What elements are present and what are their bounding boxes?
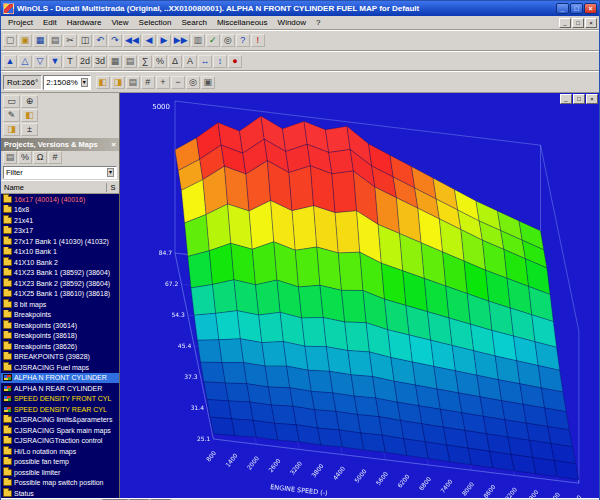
- tree-item[interactable]: 23x17: [1, 226, 119, 237]
- marker-icon[interactable]: ●: [228, 55, 242, 68]
- snapshot-icon[interactable]: ▣: [201, 76, 215, 89]
- minimize-button[interactable]: _: [559, 18, 571, 28]
- close-button[interactable]: ×: [586, 94, 598, 104]
- tree-item[interactable]: 16x8: [1, 205, 119, 216]
- page-next-icon[interactable]: ▽: [33, 55, 47, 68]
- nav-last-icon[interactable]: ▶▶: [172, 34, 190, 47]
- reset-view-icon[interactable]: ◎: [186, 76, 200, 89]
- menu-window[interactable]: Window: [273, 18, 311, 27]
- nav-next-icon[interactable]: ▶: [157, 34, 171, 47]
- tree-item[interactable]: 8 bit maps: [1, 299, 119, 310]
- redo-icon[interactable]: ↷: [108, 34, 122, 47]
- open-project-icon[interactable]: ▣: [18, 34, 32, 47]
- tree-item[interactable]: 41X23 Bank 2 (38592) (38604): [1, 278, 119, 289]
- tree-item[interactable]: ALPHA N REAR CYLINDER: [1, 383, 119, 394]
- tree-item[interactable]: 21x41: [1, 215, 119, 226]
- axis-setup-icon[interactable]: #: [141, 76, 155, 89]
- menu-view[interactable]: View: [106, 18, 133, 27]
- chevron-down-icon[interactable]: ▾: [81, 78, 88, 87]
- zoom-out-icon[interactable]: −: [171, 76, 185, 89]
- panel-percent-icon[interactable]: %: [18, 151, 32, 164]
- folder-open-map-icon[interactable]: ◧: [96, 76, 110, 89]
- absolute-icon[interactable]: A: [183, 55, 197, 68]
- percent-icon[interactable]: %: [153, 55, 167, 68]
- tree-item[interactable]: 41X25 Bank 1 (38610) (38618): [1, 289, 119, 300]
- window-list-icon[interactable]: ▥: [191, 34, 205, 47]
- table-view-icon[interactable]: ▤: [123, 55, 137, 68]
- page-prev-icon[interactable]: △: [18, 55, 32, 68]
- search-icon[interactable]: ◎: [221, 34, 235, 47]
- tree-item[interactable]: 27x17 Bank 1 (41030) (41032): [1, 236, 119, 247]
- tree-item[interactable]: Breakpoints (30614): [1, 320, 119, 331]
- tree-item[interactable]: BREAKPOINTS (39828): [1, 352, 119, 363]
- tree-item[interactable]: 41x10 Bank 1: [1, 247, 119, 258]
- tree-item[interactable]: SPEED DENSITY REAR CYL: [1, 404, 119, 415]
- panel-ohm-icon[interactable]: Ω: [33, 151, 47, 164]
- sum-icon[interactable]: ∑: [138, 55, 152, 68]
- tree-item[interactable]: Hi/Lo notation maps: [1, 446, 119, 457]
- fuel-map-3d-surface[interactable]: [120, 93, 599, 498]
- minimize-button[interactable]: _: [556, 3, 569, 14]
- copy-icon[interactable]: ◫: [78, 34, 92, 47]
- view-2d-icon[interactable]: 2d: [78, 55, 92, 68]
- tree-item[interactable]: ALPHA N FRONT CYLINDER: [1, 373, 119, 384]
- view-3d-icon[interactable]: 3d: [93, 55, 107, 68]
- column-header-size[interactable]: S: [107, 183, 119, 192]
- undo-icon[interactable]: ↶: [93, 34, 107, 47]
- tree-item[interactable]: 41X10 Bank 2: [1, 257, 119, 268]
- chevron-down-icon[interactable]: ▾: [107, 168, 114, 177]
- nav-prev-icon[interactable]: ◀: [142, 34, 156, 47]
- tree-item[interactable]: Breakpoints (38626): [1, 341, 119, 352]
- page-first-icon[interactable]: ▲: [3, 55, 17, 68]
- panel-view-list-icon[interactable]: ▤: [3, 151, 17, 164]
- menu-search[interactable]: Search: [177, 18, 212, 27]
- diff-mode-icon[interactable]: ±: [21, 123, 38, 136]
- panel-close-icon[interactable]: ×: [111, 140, 116, 150]
- restore-button[interactable]: □: [570, 3, 583, 14]
- tree-item[interactable]: CJSRACING limits&parameters: [1, 415, 119, 426]
- column-header-name[interactable]: Name: [1, 183, 107, 192]
- folder-import-icon[interactable]: ◧: [21, 109, 38, 122]
- menu-hardware[interactable]: Hardware: [62, 18, 107, 27]
- map-properties-icon[interactable]: ▤: [126, 76, 140, 89]
- rotation-field[interactable]: Rot:266°: [3, 75, 42, 90]
- tree-item[interactable]: Breakpoints (38618): [1, 331, 119, 342]
- tree-item[interactable]: possible limiter: [1, 467, 119, 478]
- restore-button[interactable]: □: [572, 18, 584, 28]
- edit-mode-icon[interactable]: ✎: [3, 109, 20, 122]
- close-button[interactable]: ×: [584, 3, 597, 14]
- tree-item[interactable]: CJSRACINGTraction control: [1, 436, 119, 447]
- tree-item[interactable]: CJSRACING Spark main maps: [1, 425, 119, 436]
- tree-item[interactable]: 41X23 Bank 1 (38592) (38604): [1, 268, 119, 279]
- about-icon[interactable]: !: [251, 34, 265, 47]
- close-button[interactable]: ×: [585, 18, 597, 28]
- project-tree[interactable]: 16x17 (40014) (40016)16x821x4123x1727x17…: [1, 194, 119, 498]
- checksum-icon[interactable]: ✓: [206, 34, 220, 47]
- menu-selection[interactable]: Selection: [134, 18, 177, 27]
- tree-item[interactable]: Breakpoints: [1, 310, 119, 321]
- menu-project[interactable]: Project: [3, 18, 38, 27]
- filter-combo[interactable]: Filter ▾: [3, 166, 117, 179]
- menu-[interactable]: ?: [311, 18, 325, 27]
- menu-edit[interactable]: Edit: [38, 18, 62, 27]
- print-icon[interactable]: ▤: [48, 34, 62, 47]
- original-compare-icon[interactable]: ↕: [213, 55, 227, 68]
- folder-export-icon[interactable]: ◨: [3, 123, 20, 136]
- folder-save-map-icon[interactable]: ◨: [111, 76, 125, 89]
- selection-mode-icon[interactable]: ▭: [3, 95, 20, 108]
- minimize-button[interactable]: _: [560, 94, 572, 104]
- tree-item[interactable]: SPEED DENSITY FRONT CYL: [1, 394, 119, 405]
- help-icon[interactable]: ?: [236, 34, 250, 47]
- zoom-select[interactable]: 2:1508% ▾: [43, 75, 91, 90]
- zoom-in-icon[interactable]: +: [156, 76, 170, 89]
- tree-item[interactable]: 16x17 (40014) (40016): [1, 194, 119, 205]
- tree-item[interactable]: Possible map switch position: [1, 478, 119, 489]
- panel-hex-icon[interactable]: #: [48, 151, 62, 164]
- grid-toggle-icon[interactable]: ▦: [108, 55, 122, 68]
- new-project-icon[interactable]: ▢: [3, 34, 17, 47]
- page-last-icon[interactable]: ▼: [48, 55, 62, 68]
- compare-icon[interactable]: ↔: [198, 55, 212, 68]
- cut-icon[interactable]: ✂: [63, 34, 77, 47]
- pan-mode-icon[interactable]: ⊕: [21, 95, 38, 108]
- tree-item[interactable]: possible fan temp: [1, 457, 119, 468]
